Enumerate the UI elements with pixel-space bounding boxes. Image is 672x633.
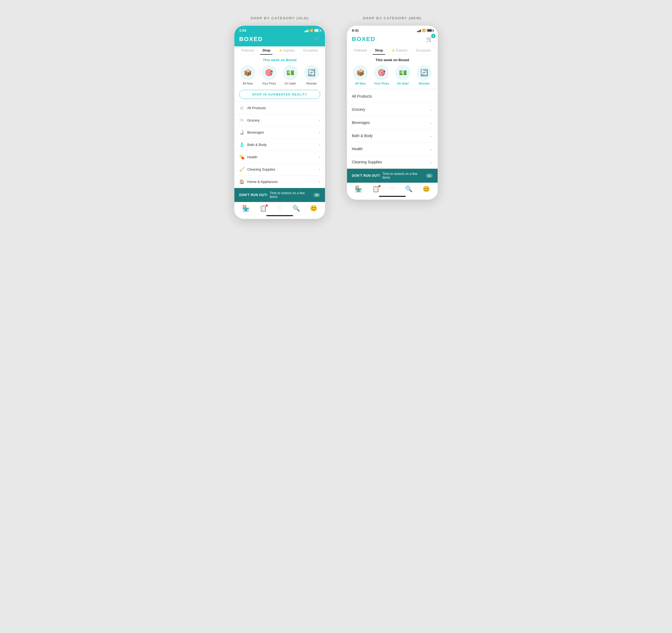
old-cat-all-products-icon: ⊞ [239, 106, 244, 111]
new-nav-list[interactable]: 📋 [372, 186, 380, 193]
new-tab-shop[interactable]: Shop [373, 46, 385, 54]
old-reorder-icon: 🔄 [304, 65, 319, 80]
old-this-week: This week on Boxed 📦 All New 🎯 Your Pick… [234, 55, 325, 87]
old-cart-icon[interactable]: 🛒 [313, 36, 320, 42]
new-dont-run-out[interactable]: DON'T RUN OUT! Time to restock on a few … [347, 169, 438, 183]
new-header: BOXED 🛒 3 [347, 34, 438, 46]
old-nav-face[interactable]: 😊 [310, 205, 317, 212]
old-category-list: ⊞ All Products 🛍 Grocery › 🍶 Beverages [234, 102, 325, 188]
new-cat-health[interactable]: Health ⌄ [347, 142, 438, 156]
old-nav-search-icon: 🔍 [292, 205, 300, 212]
new-cart-badge: 3 [431, 34, 435, 38]
old-cat-home-icon: 🏠 [239, 179, 244, 184]
old-tab-featured[interactable]: Featured [239, 46, 256, 54]
new-this-week-title: This week on Boxed [350, 58, 435, 62]
new-yourpicks-icon: 🎯 [374, 65, 389, 80]
old-dont-run-out[interactable]: DON'T RUN OUT! Time to restock on a few … [234, 188, 325, 202]
new-nav-heart[interactable]: ♡ [390, 186, 395, 193]
old-cat-grocery[interactable]: 🛍 Grocery › [234, 114, 325, 126]
new-signal-bar-3 [419, 30, 420, 32]
signal-bars-old [304, 29, 308, 32]
old-tab-occasions[interactable]: Occasions [301, 46, 320, 54]
new-yourpicks-label: Your Picks [374, 82, 389, 85]
old-cat-beverages-icon: 🍶 [239, 130, 244, 135]
new-week-item-yourpicks[interactable]: 🎯 Your Picks [374, 65, 389, 85]
old-week-item-reorder[interactable]: 🔄 Reorder [304, 65, 319, 85]
new-cat-bath-chevron: ⌄ [430, 134, 433, 138]
new-dont-run-badge: 11 [426, 173, 433, 178]
battery-old [314, 29, 320, 32]
wifi-icon-new: 📶 [422, 29, 426, 32]
new-express-bolt: ⚡ [391, 49, 395, 52]
new-week-item-reorder[interactable]: 🔄 Reorder [417, 65, 432, 85]
new-week-item-onsale[interactable]: 💵 On Sale! [395, 65, 411, 85]
new-nav-search[interactable]: 🔍 [405, 186, 412, 193]
new-cat-beverages-chevron: ⌄ [430, 120, 433, 125]
new-cat-health-chevron: ⌄ [430, 147, 433, 151]
old-header: BOXED 🛒 [234, 34, 325, 46]
old-nav-heart-icon: ♡ [277, 205, 282, 212]
new-cat-health-label: Health [352, 147, 363, 151]
old-allnew-icon: 📦 [240, 65, 255, 80]
old-tab-express[interactable]: ⚡ Express [277, 46, 297, 54]
old-ar-button[interactable]: SHOP IN AUGMENTED REALITY [239, 90, 320, 99]
new-cat-cleaning[interactable]: Cleaning Supplies ⌄ [347, 156, 438, 169]
new-divider [347, 88, 438, 89]
new-cat-all-products[interactable]: All Products [347, 90, 438, 103]
new-nav-search-icon: 🔍 [405, 186, 412, 193]
new-cat-grocery-chevron: ⌄ [430, 107, 433, 112]
old-cat-health[interactable]: 💊 Health › [234, 151, 325, 163]
old-week-item-onsale[interactable]: 💵 On Sale! [283, 65, 298, 85]
new-signal-bar-1 [417, 31, 418, 32]
old-cat-bath-body[interactable]: 🧴 Bath & Body › [234, 139, 325, 151]
old-cat-home-label: Home & Appliances [247, 180, 278, 184]
new-nav-face[interactable]: 😊 [423, 186, 430, 193]
new-home-bar [347, 194, 438, 200]
new-onsale-icon: 💵 [395, 65, 411, 80]
new-nav-shop-icon: 🏪 [355, 186, 362, 193]
new-nav-heart-icon: ♡ [390, 186, 395, 193]
old-cat-beverages[interactable]: 🍶 Beverages › [234, 126, 325, 139]
old-week-item-yourpicks[interactable]: 🎯 Your Picks [261, 65, 277, 85]
new-section-title: SHOP BY CATEGORY (NEW) [363, 16, 422, 20]
old-cat-cleaning[interactable]: 🧹 Cleaning Supplies › [234, 163, 325, 176]
new-week-item-allnew[interactable]: 📦 All New [353, 65, 368, 85]
new-cart-icon[interactable]: 🛒 3 [426, 36, 433, 42]
old-nav-heart[interactable]: ♡ [277, 205, 282, 212]
new-cat-grocery[interactable]: Grocery ⌄ [347, 103, 438, 116]
new-nav-shop[interactable]: 🏪 [355, 186, 362, 193]
new-tab-featured[interactable]: Featured [352, 46, 369, 54]
old-cat-health-icon: 💊 [239, 155, 244, 160]
old-logo: BOXED [239, 36, 263, 43]
old-cat-cleaning-chevron: › [319, 167, 320, 171]
old-cat-beverages-label: Beverages [247, 131, 264, 134]
old-nav-list[interactable]: 📋 [260, 205, 267, 212]
old-cat-health-label: Health [247, 155, 258, 159]
old-yourpicks-label: Your Picks [262, 82, 276, 85]
old-tab-shop[interactable]: Shop [260, 46, 272, 54]
new-tab-express[interactable]: ⚡ Express [389, 46, 409, 54]
old-cat-home[interactable]: 🏠 Home & Appliances › [234, 176, 325, 188]
old-nav-shop[interactable]: 🏪 [242, 205, 249, 212]
old-home-bar-line [266, 215, 293, 216]
old-cat-cleaning-label: Cleaning Supplies [247, 167, 275, 171]
new-cat-beverages-label: Beverages [352, 120, 370, 125]
old-week-item-allnew[interactable]: 📦 All New [240, 65, 255, 85]
old-home-bar [234, 213, 325, 219]
new-tab-occasions[interactable]: Occasions [414, 46, 433, 54]
old-allnew-label: All New [243, 82, 253, 85]
old-cat-bath-chevron: › [319, 143, 320, 147]
old-cat-bath-label: Bath & Body [247, 143, 267, 147]
new-cat-bath-label: Bath & Body [352, 134, 373, 138]
old-cat-grocery-chevron: › [319, 118, 320, 122]
old-nav-search[interactable]: 🔍 [292, 205, 300, 212]
new-category-list: All Products Grocery ⌄ Beverages ⌄ Bath … [347, 90, 438, 169]
new-dont-run-out-text: Time to restock on a few items [382, 172, 424, 180]
old-section-title: SHOP BY CATEGORY (OLD) [250, 16, 309, 20]
express-bolt-old: ⚡ [279, 49, 283, 52]
old-cat-all-products[interactable]: ⊞ All Products [234, 102, 325, 114]
new-reorder-icon: 🔄 [417, 65, 432, 80]
new-cat-bath-body[interactable]: Bath & Body ⌄ [347, 129, 438, 142]
new-home-bar-line [379, 196, 406, 197]
new-cat-beverages[interactable]: Beverages ⌄ [347, 116, 438, 129]
